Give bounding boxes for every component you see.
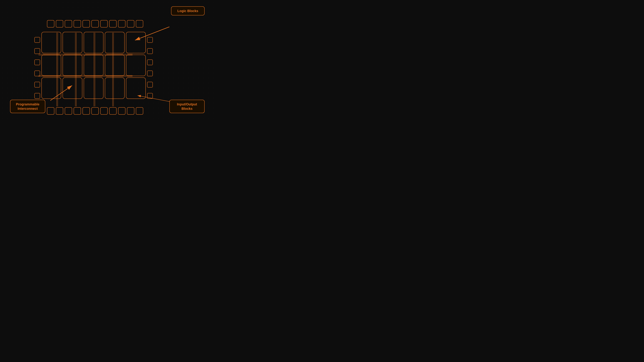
middle-section	[34, 32, 153, 104]
bottom-io-5	[92, 107, 99, 115]
right-io-1	[147, 48, 153, 54]
logic-blocks-annotation: Logic Blocks	[171, 6, 204, 15]
logic-block-2-2	[84, 77, 104, 99]
logic-block-2-3	[105, 77, 124, 99]
top-io-9	[127, 20, 134, 27]
right-io-3	[147, 70, 153, 76]
left-io-5	[34, 93, 40, 99]
bottom-io-1	[56, 107, 63, 115]
left-io-1	[34, 48, 40, 54]
left-io-3	[34, 70, 40, 76]
right-io-5	[147, 93, 153, 99]
logic-block-1-2	[84, 55, 104, 76]
right-io-2	[147, 59, 153, 65]
logic-blocks-label: Logic Blocks	[178, 9, 198, 13]
top-io-row	[47, 20, 143, 27]
right-io-4	[147, 82, 153, 87]
bottom-io-7	[109, 107, 116, 115]
logic-block-0-0	[42, 32, 61, 53]
bottom-io-8	[118, 107, 126, 115]
logic-block-1-4	[126, 55, 146, 76]
diagram-container: Logic Blocks Programmable Interconnect I…	[0, 0, 215, 121]
left-io-col	[34, 32, 40, 104]
logic-block-2-4	[126, 77, 146, 99]
logic-block-1-0	[42, 55, 61, 76]
top-io-7	[109, 20, 116, 27]
logic-block-0-4	[126, 32, 146, 53]
top-io-0	[47, 20, 54, 27]
io-blocks-label: Input/Output Blocks	[177, 102, 197, 110]
bottom-io-3	[74, 107, 81, 115]
logic-block-0-3	[105, 32, 124, 53]
logic-block-1-1	[62, 55, 82, 76]
left-io-0	[34, 37, 40, 43]
bottom-io-4	[82, 107, 90, 115]
programmable-interconnect-label: Programmable Interconnect	[16, 102, 40, 110]
right-io-col	[147, 32, 153, 104]
logic-block-0-2	[84, 32, 104, 53]
top-io-1	[56, 20, 63, 27]
left-io-2	[34, 59, 40, 65]
bottom-io-row	[47, 107, 143, 115]
right-io-0	[147, 37, 153, 43]
top-io-2	[65, 20, 72, 27]
top-io-4	[82, 20, 90, 27]
logic-block-1-3	[105, 55, 124, 76]
bottom-io-10	[136, 107, 143, 115]
logic-blocks-grid	[42, 32, 146, 104]
logic-block-2-1	[62, 77, 82, 99]
bottom-io-0	[47, 107, 54, 115]
top-io-10	[136, 20, 143, 27]
bottom-io-6	[100, 107, 108, 115]
io-blocks-annotation: Input/Output Blocks	[170, 100, 204, 113]
bottom-io-2	[65, 107, 72, 115]
top-io-6	[100, 20, 108, 27]
top-io-8	[118, 20, 126, 27]
logic-block-0-1	[62, 32, 82, 53]
bottom-io-9	[127, 107, 134, 115]
programmable-interconnect-annotation: Programmable Interconnect	[10, 100, 45, 113]
logic-block-2-0	[42, 77, 61, 99]
top-io-5	[92, 20, 99, 27]
top-io-3	[74, 20, 81, 27]
left-io-4	[34, 82, 40, 87]
